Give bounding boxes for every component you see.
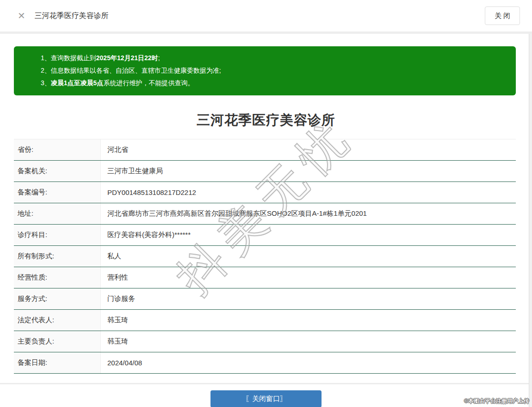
row-value: 河北省 <box>101 139 128 160</box>
notice-text: 2、信息数据结果以各省、自治区、直辖市卫生健康委数据为准; <box>41 67 221 74</box>
notice-line-2: 2、信息数据结果以各省、自治区、直辖市卫生健康委数据为准; <box>14 64 516 77</box>
table-row: 备案编号: PDY00148513108217D2212 <box>14 182 516 203</box>
scrollbar[interactable] <box>529 34 532 407</box>
row-value: 营利性 <box>101 267 128 288</box>
row-label: 服务方式: <box>14 288 101 309</box>
row-label: 主要负责人: <box>14 331 101 352</box>
window-header: ✕ 三河花季医疗美容诊所 关 闭 <box>0 0 532 31</box>
row-label: 省份: <box>14 139 101 160</box>
row-value: 医疗美容科(美容外科)****** <box>101 225 191 245</box>
row-value: 私人 <box>101 246 121 267</box>
row-label: 备案日期: <box>14 352 101 373</box>
row-label: 诊疗科目: <box>14 225 101 245</box>
table-row: 主要负责人: 韩玉琦 <box>14 331 516 352</box>
table-row: 所有制形式: 私人 <box>14 246 516 267</box>
clinic-info-table: 省份: 河北省 备案机关: 三河市卫生健康局 备案编号: PDY00148513… <box>14 139 516 374</box>
row-label: 所有制形式: <box>14 246 101 267</box>
notice-bold-text: 2025年12月21日22时 <box>96 54 158 62</box>
table-row: 经营性质: 营利性 <box>14 267 516 288</box>
notice-line-1: 1、查询数据截止到2025年12月21日22时; <box>14 52 516 64</box>
row-label: 地址: <box>14 203 101 224</box>
row-label: 备案编号: <box>14 182 101 203</box>
notice-text: 3、 <box>41 79 51 87</box>
row-value: 河北省廊坊市三河市燕郊高新区首尔园甜城商服东区SOHO2区项目A-1#栋1单元0… <box>101 203 367 224</box>
table-row: 备案日期: 2024/04/08 <box>14 352 516 374</box>
notice-bold-text: 凌晨1点至凌晨5点 <box>51 79 104 87</box>
row-label: 经营性质: <box>14 267 101 288</box>
table-row: 诊疗科目: 医疗美容科(美容外科)****** <box>14 225 516 246</box>
table-row: 服务方式: 门诊服务 <box>14 288 516 310</box>
window-title: 三河花季医疗美容诊所 <box>35 11 109 21</box>
close-button[interactable]: 关 闭 <box>485 6 520 25</box>
row-label: 法定代表人: <box>14 310 101 331</box>
upload-credit-text: ©本图由平台注册用户上传 <box>464 397 529 405</box>
row-value: 门诊服务 <box>101 288 135 309</box>
row-value: PDY00148513108217D2212 <box>101 182 196 203</box>
close-x-icon[interactable]: ✕ <box>18 11 25 20</box>
header-divider <box>0 31 532 34</box>
table-row: 省份: 河北省 <box>14 139 516 161</box>
table-row: 地址: 河北省廊坊市三河市燕郊高新区首尔园甜城商服东区SOHO2区项目A-1#栋… <box>14 203 516 225</box>
row-value: 韩玉琦 <box>101 310 128 331</box>
notice-text: 1、查询数据截止到 <box>41 54 96 62</box>
table-row: 法定代表人: 韩玉琦 <box>14 310 516 331</box>
notice-line-3: 3、凌晨1点至凌晨5点系统进行维护，不能提供查询。 <box>14 77 516 89</box>
row-value: 韩玉琦 <box>101 331 128 352</box>
bottom-divider <box>0 383 532 384</box>
close-window-button[interactable]: 〖关闭窗口〗 <box>210 390 322 407</box>
row-label: 备案机关: <box>14 161 101 182</box>
row-value: 2024/04/08 <box>101 352 142 373</box>
notice-text: ; <box>158 54 160 62</box>
notice-text: 系统进行维护，不能提供查询。 <box>103 79 194 87</box>
table-row: 备案机关: 三河市卫生健康局 <box>14 161 516 182</box>
row-value: 三河市卫生健康局 <box>101 161 163 182</box>
notice-banner: 1、查询数据截止到2025年12月21日22时; 2、信息数据结果以各省、自治区… <box>14 46 516 95</box>
page-title: 三河花季医疗美容诊所 <box>0 111 532 130</box>
